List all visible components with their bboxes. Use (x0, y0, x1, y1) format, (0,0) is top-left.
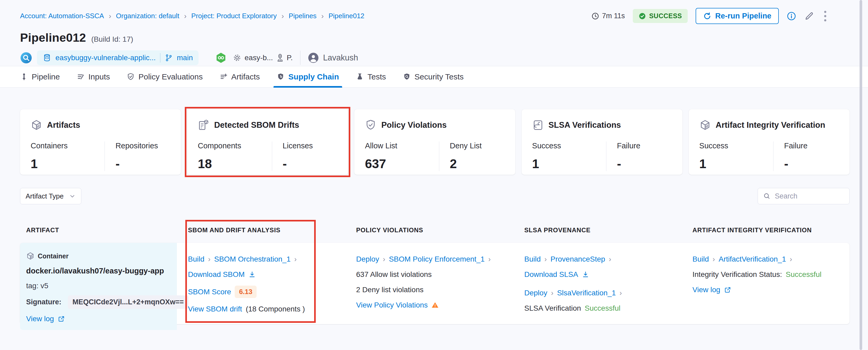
stage-link[interactable]: Build (692, 255, 709, 263)
tab-policy-evaluations[interactable]: Policy Evaluations (127, 66, 203, 87)
more-options-button[interactable] (822, 10, 828, 23)
rerun-pipeline-button[interactable]: Re-run Pipeline (695, 8, 779, 24)
column-sbom-drift: SBOM AND DRIFT ANALYSIS (177, 226, 345, 234)
repo-name: easybuggy-vulnerable-applic... (56, 54, 156, 62)
download-icon (248, 271, 256, 278)
inputs-icon (77, 73, 85, 81)
stage-link[interactable]: Build (188, 255, 204, 263)
status-badge: SUCCESS (633, 9, 688, 23)
card-title: Artifacts (47, 120, 80, 130)
branch-name: main (177, 54, 193, 62)
stat-value: - (784, 157, 842, 171)
username: Lavakush (323, 53, 358, 63)
stat-integrity-success: Success 1 (699, 141, 773, 171)
artifact-type-select[interactable]: Artifact Type (20, 188, 81, 204)
warning-icon (431, 301, 439, 309)
tab-pipeline[interactable]: Pipeline (20, 66, 60, 87)
summary-cards: Artifacts Containers 1 Repositories - (20, 109, 849, 175)
stat-label: Containers (31, 141, 104, 150)
harness-ci-icon (215, 52, 226, 64)
stat-value: 18 (198, 157, 272, 171)
vertical-scrollbar[interactable] (860, 0, 862, 350)
signature-value[interactable]: MEQCICde2Vjl...L+2+mqnOXw== (68, 295, 189, 309)
stat-slsa-success: Success 1 (532, 141, 606, 171)
artifact-view-log: View log (26, 315, 177, 323)
stat-value: 2 (450, 157, 507, 171)
stat-label: Deny List (450, 141, 507, 150)
stat-label: Success (532, 141, 606, 150)
stat-allow-list: Allow List 637 (365, 141, 439, 171)
tab-inputs[interactable]: Inputs (77, 66, 110, 87)
cube-icon (699, 119, 711, 131)
step-link[interactable]: ProvenanceStep (551, 255, 605, 263)
stat-value: 1 (532, 157, 606, 171)
external-link-icon (724, 286, 731, 293)
download-slsa-link[interactable]: Download SLSA (524, 270, 578, 279)
pill-divider (160, 53, 160, 63)
breadcrumb-project[interactable]: Project: Product Exploratory (191, 12, 277, 20)
sbom-drift-cell: Build SBOM Orchestration_1 Download SBOM… (177, 243, 345, 330)
step-link[interactable]: SBOM Orchestration_1 (214, 255, 290, 263)
tab-security-tests[interactable]: Security Tests (403, 66, 464, 87)
stage-link[interactable]: Deploy (356, 255, 379, 263)
chevron-right-icon (790, 255, 792, 263)
repository-icon (43, 54, 51, 62)
chevron-right-icon (488, 255, 491, 263)
pipeline-meta-row: easybuggy-vulnerable-applic... main easy… (20, 51, 828, 65)
stat-containers: Containers 1 (31, 141, 104, 171)
tab-label: Supply Chain (288, 72, 339, 81)
trigger-name[interactable]: easy-b... (244, 54, 273, 62)
supply-chain-content: Artifacts Containers 1 Repositories - (0, 109, 868, 324)
slsa-verification-status: Successful (585, 304, 620, 313)
card-slsa-verifications: SLSA Verifications Success 1 Failure - (522, 109, 682, 175)
column-slsa-provenance: SLSA PROVENANCE (513, 226, 681, 234)
step-link[interactable]: ArtifactVerification_1 (719, 255, 786, 263)
cube-icon (31, 119, 42, 131)
breadcrumb-account[interactable]: Account: Automation-SSCA (20, 12, 104, 20)
info-button[interactable] (787, 11, 796, 21)
git-branch-icon (165, 54, 173, 62)
tab-supply-chain[interactable]: Supply Chain (277, 66, 339, 87)
card-title: SLSA Verifications (549, 120, 621, 130)
tab-tests[interactable]: Tests (356, 66, 386, 87)
stat-integrity-failure: Failure - (773, 141, 842, 171)
step-link[interactable]: SBOM Policy Enforcement_1 (389, 255, 485, 263)
stat-value: - (617, 157, 675, 171)
sbom-score-link[interactable]: SBOM Score (188, 288, 231, 296)
delegate-icon (276, 53, 285, 62)
search-input[interactable] (774, 192, 844, 201)
page-title: Pipeline012 (20, 31, 86, 44)
repo-pill[interactable]: easybuggy-vulnerable-applic... main (37, 51, 198, 65)
supply-chain-shield-icon (277, 73, 285, 81)
view-policy-violations-link[interactable]: View Policy Violations (356, 301, 428, 309)
stat-label: Success (699, 141, 773, 150)
tab-artifacts[interactable]: Artifacts (220, 66, 260, 87)
step-link[interactable]: SlsaVerification_1 (557, 289, 616, 297)
page-header: Account: Automation-SSCA Organization: d… (0, 0, 868, 66)
build-id: (Build Id: 17) (91, 35, 133, 43)
run-duration: 7m 11s (591, 12, 625, 20)
filter-row: Artifact Type (20, 188, 849, 204)
tab-label: Artifacts (231, 72, 260, 81)
view-sbom-drift-link[interactable]: View SBOM drift (188, 305, 242, 313)
breadcrumb-pipelines[interactable]: Pipelines (289, 12, 317, 20)
refresh-icon (703, 12, 711, 20)
security-shield-icon (403, 73, 411, 81)
external-link-icon (58, 315, 65, 323)
rerun-pipeline-label: Re-run Pipeline (715, 11, 771, 20)
breadcrumb-pipeline012[interactable]: Pipeline012 (329, 12, 364, 20)
view-log-link[interactable]: View log (692, 286, 720, 294)
chevron-right-icon (620, 289, 622, 297)
stage-link[interactable]: Build (524, 255, 541, 263)
breadcrumb-organization[interactable]: Organization: default (116, 12, 179, 20)
download-sbom-link[interactable]: Download SBOM (188, 270, 245, 279)
stat-value: - (115, 157, 173, 171)
chevron-right-icon (321, 12, 324, 20)
column-artifact-integrity: ARTIFACT INTEGRITY VERIFICATION (681, 226, 849, 234)
edit-pipeline-button[interactable] (804, 11, 814, 21)
slsa-verification-label: SLSA Verification (524, 304, 581, 313)
integrity-status-label: Integrity Verification Status: (692, 270, 782, 279)
stage-link[interactable]: Deploy (524, 289, 547, 297)
view-log-link[interactable]: View log (26, 315, 54, 323)
chevron-right-icon (281, 12, 284, 20)
